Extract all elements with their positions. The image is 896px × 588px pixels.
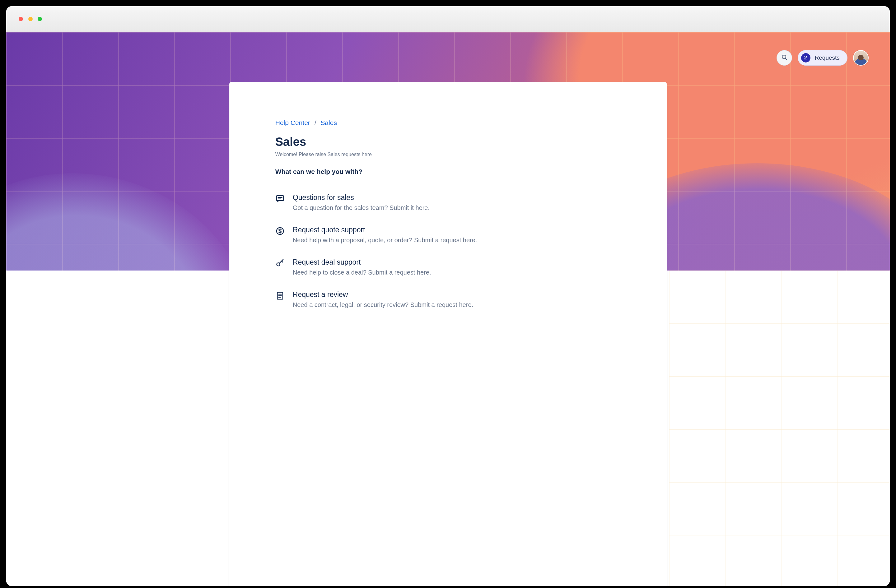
svg-rect-2: [277, 196, 284, 201]
chat-icon: [275, 194, 285, 204]
request-type-description: Need help with a proposal, quote, or ord…: [293, 237, 477, 244]
window-minimize-button[interactable]: [28, 17, 33, 21]
breadcrumb-current-link[interactable]: Sales: [320, 119, 337, 126]
window-titlebar: [6, 6, 890, 32]
request-type-description: Need a contract, legal, or security revi…: [293, 301, 473, 308]
portal-card: Help Center / Sales Sales Welcome! Pleas…: [229, 82, 667, 586]
help-prompt: What can we help you with?: [275, 168, 621, 175]
request-type-title: Questions for sales: [293, 193, 430, 202]
request-type-description: Need help to close a deal? Submit a requ…: [293, 269, 431, 276]
request-type-list: Questions for sales Got a question for t…: [275, 193, 621, 308]
request-type-description: Got a question for the sales team? Submi…: [293, 204, 430, 211]
breadcrumb: Help Center / Sales: [275, 119, 621, 126]
content-area: 2 Requests Help Center / Sales Sales Wel…: [6, 32, 890, 586]
page-subtitle: Welcome! Please raise Sales requests her…: [275, 152, 621, 157]
request-type-deal-support[interactable]: Request deal support Need help to close …: [275, 258, 621, 276]
app-window: 2 Requests Help Center / Sales Sales Wel…: [6, 6, 890, 586]
window-close-button[interactable]: [19, 17, 23, 21]
request-type-title: Request a review: [293, 290, 473, 299]
requests-label: Requests: [815, 55, 840, 61]
page-title: Sales: [275, 135, 621, 149]
requests-count-badge: 2: [801, 53, 811, 62]
breadcrumb-root-link[interactable]: Help Center: [275, 119, 310, 126]
user-avatar[interactable]: [853, 50, 869, 65]
document-icon: [275, 291, 285, 300]
window-fullscreen-button[interactable]: [38, 17, 42, 21]
requests-button[interactable]: 2 Requests: [798, 50, 847, 65]
request-type-questions-for-sales[interactable]: Questions for sales Got a question for t…: [275, 193, 621, 211]
search-icon: [781, 54, 788, 62]
dollar-circle-icon: [275, 226, 285, 236]
search-button[interactable]: [777, 50, 792, 65]
request-type-quote-support[interactable]: Request quote support Need help with a p…: [275, 226, 621, 244]
decorative-grid: [669, 270, 890, 586]
breadcrumb-separator: /: [314, 119, 316, 126]
key-icon: [275, 259, 285, 268]
svg-line-1: [785, 58, 786, 60]
request-type-review[interactable]: Request a review Need a contract, legal,…: [275, 290, 621, 308]
request-type-title: Request deal support: [293, 258, 431, 266]
request-type-title: Request quote support: [293, 226, 477, 234]
top-right-controls: 2 Requests: [777, 50, 869, 65]
